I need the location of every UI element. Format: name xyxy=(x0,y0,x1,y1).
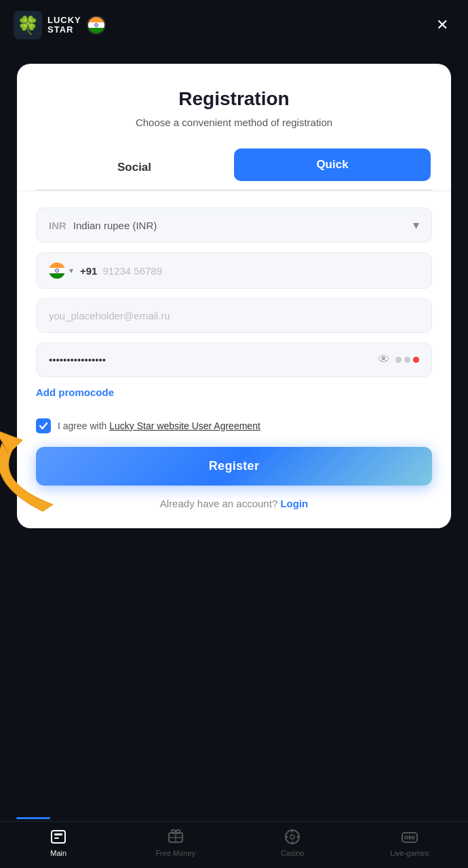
agreement-text: I agree with Lucky Star website User Agr… xyxy=(58,420,260,431)
country-selector[interactable]: ▾ xyxy=(49,262,73,279)
logo-star: STAR xyxy=(47,25,81,35)
live-games-nav-icon xyxy=(400,827,419,846)
country-chevron-icon: ▾ xyxy=(69,266,73,275)
nav-item-live-games[interactable]: Live-games xyxy=(351,827,469,857)
phone-input[interactable] xyxy=(102,265,419,277)
login-row: Already have an account? Login xyxy=(36,498,432,509)
register-btn-container: Register xyxy=(36,447,432,498)
logo-lucky: LUCKY xyxy=(47,16,81,25)
agreement-link[interactable]: Lucky Star website User Agreement xyxy=(109,420,260,431)
tab-social[interactable]: Social xyxy=(36,146,233,189)
close-icon: ✕ xyxy=(436,16,448,34)
password-field-row: 👁 xyxy=(36,342,432,377)
close-button[interactable]: ✕ xyxy=(430,13,454,37)
agreement-row: I agree with Lucky Star website User Agr… xyxy=(36,418,432,433)
currency-field-row: INR Indian rupee (INR) ▾ xyxy=(36,208,432,243)
main-nav-icon xyxy=(49,827,68,846)
password-actions: 👁 xyxy=(378,353,419,367)
already-text: Already have an account? xyxy=(160,498,277,509)
add-promocode-link[interactable]: Add promocode xyxy=(36,387,114,398)
casino-nav-icon xyxy=(283,827,302,846)
svg-point-21 xyxy=(290,835,294,839)
app-header: 🍀 LUCKY STAR ✕ xyxy=(0,0,468,50)
password-input[interactable] xyxy=(49,354,378,366)
bottom-navigation: Main Free Money Casino xyxy=(0,821,468,868)
svg-rect-16 xyxy=(172,830,175,833)
logo: 🍀 LUCKY STAR xyxy=(14,11,106,39)
strength-dot-3 xyxy=(413,357,419,363)
registration-card: Registration Choose a convenient method … xyxy=(17,64,451,528)
registration-title: Registration xyxy=(36,88,432,110)
agreement-checkbox[interactable] xyxy=(36,418,51,433)
phone-field-row: ▾ +91 xyxy=(36,252,432,289)
svg-rect-9 xyxy=(49,273,65,279)
svg-point-25 xyxy=(297,836,299,838)
password-input-container: 👁 xyxy=(36,342,432,377)
svg-rect-14 xyxy=(54,837,59,839)
phone-code: +91 xyxy=(80,265,97,277)
svg-point-28 xyxy=(412,836,414,839)
svg-rect-13 xyxy=(54,833,62,835)
svg-rect-4 xyxy=(88,28,104,33)
svg-point-6 xyxy=(96,24,96,25)
nav-active-indicator xyxy=(16,817,50,819)
svg-rect-7 xyxy=(49,262,65,268)
casino-nav-label: Casino xyxy=(281,849,304,857)
svg-point-24 xyxy=(286,836,288,838)
nav-item-main[interactable]: Main xyxy=(0,827,117,857)
svg-point-11 xyxy=(56,270,57,271)
main-content: Registration Choose a convenient method … xyxy=(0,50,468,787)
checkmark-icon xyxy=(39,421,48,431)
country-flag-small xyxy=(49,262,65,279)
strength-dot-1 xyxy=(395,357,402,363)
free-money-nav-label: Free Money xyxy=(155,849,195,857)
register-button[interactable]: Register xyxy=(36,447,432,486)
strength-dots xyxy=(395,357,419,363)
clover-icon: 🍀 xyxy=(14,11,42,39)
nav-item-casino[interactable]: Casino xyxy=(234,827,351,857)
svg-text:🍀: 🍀 xyxy=(17,14,39,36)
registration-tabs: Social Quick xyxy=(36,146,432,191)
email-field-row xyxy=(36,298,432,333)
free-money-nav-icon xyxy=(166,827,185,846)
live-games-nav-label: Live-games xyxy=(390,849,429,857)
eye-icon[interactable]: 👁 xyxy=(378,353,390,367)
currency-selector[interactable]: INR Indian rupee (INR) ▾ xyxy=(36,208,432,243)
country-flag xyxy=(87,16,106,35)
main-nav-label: Main xyxy=(50,849,66,857)
currency-name: Indian rupee (INR) xyxy=(73,220,413,231)
svg-point-27 xyxy=(405,836,408,839)
promo-row: Add promocode xyxy=(36,387,432,409)
svg-rect-12 xyxy=(52,831,65,843)
registration-form: INR Indian rupee (INR) ▾ xyxy=(36,208,432,509)
svg-point-23 xyxy=(292,842,294,844)
currency-code: INR xyxy=(49,220,66,231)
form-divider xyxy=(17,191,451,191)
agreement-prefix: I agree with xyxy=(58,420,109,431)
chevron-down-icon: ▾ xyxy=(413,218,419,233)
nav-item-free-money[interactable]: Free Money xyxy=(117,827,235,857)
login-link[interactable]: Login xyxy=(280,498,308,509)
tab-quick[interactable]: Quick xyxy=(234,149,431,181)
registration-subtitle: Choose a convenient method of registrati… xyxy=(36,117,432,128)
phone-input-container: ▾ +91 xyxy=(36,252,432,289)
email-input[interactable] xyxy=(36,298,432,333)
logo-text: LUCKY STAR xyxy=(47,16,81,35)
svg-rect-17 xyxy=(176,830,180,833)
strength-dot-2 xyxy=(404,357,410,363)
svg-point-22 xyxy=(292,831,294,833)
svg-rect-2 xyxy=(88,17,104,22)
